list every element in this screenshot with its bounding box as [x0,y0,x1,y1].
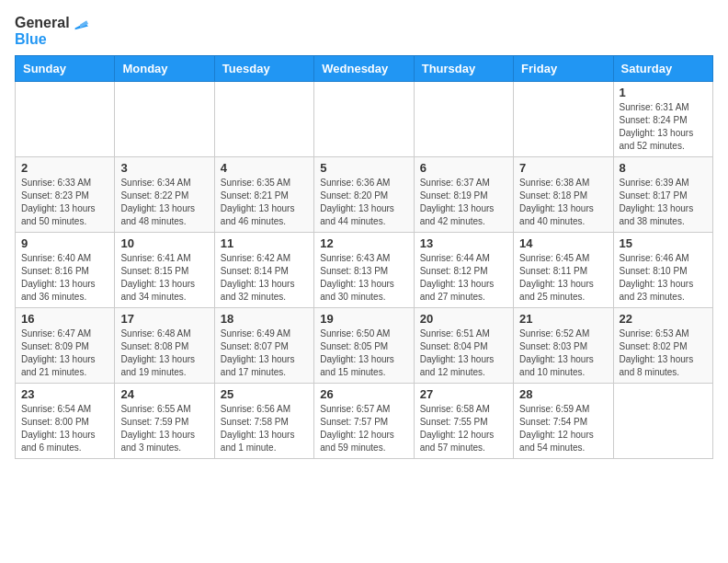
calendar-cell: 23Sunrise: 6:54 AM Sunset: 8:00 PM Dayli… [16,383,115,458]
calendar-cell [115,81,214,156]
logo-flag-icon [72,15,88,31]
calendar-cell: 10Sunrise: 6:41 AM Sunset: 8:15 PM Dayli… [115,232,214,307]
day-number: 24 [120,387,208,401]
day-info: Sunrise: 6:53 AM Sunset: 8:02 PM Dayligh… [620,327,707,379]
day-number: 16 [21,312,108,326]
weekday-header-monday: Monday [115,55,214,81]
day-info: Sunrise: 6:46 AM Sunset: 8:10 PM Dayligh… [620,252,707,304]
day-number: 20 [420,312,507,326]
calendar-cell: 1Sunrise: 6:31 AM Sunset: 8:24 PM Daylig… [613,81,712,156]
day-info: Sunrise: 6:52 AM Sunset: 8:03 PM Dayligh… [519,327,607,379]
calendar-cell: 12Sunrise: 6:43 AM Sunset: 8:13 PM Dayli… [314,232,414,307]
logo: General Blue [15,15,88,48]
day-number: 5 [320,161,407,175]
day-number: 21 [519,312,607,326]
day-info: Sunrise: 6:49 AM Sunset: 8:07 PM Dayligh… [221,327,308,379]
day-info: Sunrise: 6:47 AM Sunset: 8:09 PM Dayligh… [21,327,108,379]
calendar-cell: 13Sunrise: 6:44 AM Sunset: 8:12 PM Dayli… [414,232,513,307]
day-info: Sunrise: 6:37 AM Sunset: 8:19 PM Dayligh… [420,177,507,228]
day-info: Sunrise: 6:35 AM Sunset: 8:21 PM Dayligh… [221,177,308,228]
day-info: Sunrise: 6:48 AM Sunset: 8:08 PM Dayligh… [120,327,208,379]
day-info: Sunrise: 6:45 AM Sunset: 8:11 PM Dayligh… [519,252,607,304]
calendar-cell: 8Sunrise: 6:39 AM Sunset: 8:17 PM Daylig… [613,156,712,232]
calendar-week-row: 9Sunrise: 6:40 AM Sunset: 8:16 PM Daylig… [16,232,713,307]
calendar-cell [16,81,115,156]
day-info: Sunrise: 6:31 AM Sunset: 8:24 PM Dayligh… [620,101,707,153]
calendar-cell [314,81,414,156]
calendar-cell: 6Sunrise: 6:37 AM Sunset: 8:19 PM Daylig… [414,156,513,232]
day-info: Sunrise: 6:56 AM Sunset: 7:58 PM Dayligh… [221,403,308,454]
day-number: 15 [620,236,707,250]
day-info: Sunrise: 6:34 AM Sunset: 8:22 PM Dayligh… [120,177,208,228]
weekday-header-thursday: Thursday [414,55,513,81]
calendar-cell: 11Sunrise: 6:42 AM Sunset: 8:14 PM Dayli… [214,232,313,307]
calendar-cell: 4Sunrise: 6:35 AM Sunset: 8:21 PM Daylig… [214,156,313,232]
calendar-cell: 22Sunrise: 6:53 AM Sunset: 8:02 PM Dayli… [613,307,712,383]
calendar-cell [414,81,513,156]
calendar-cell: 2Sunrise: 6:33 AM Sunset: 8:23 PM Daylig… [16,156,115,232]
day-info: Sunrise: 6:38 AM Sunset: 8:18 PM Dayligh… [519,177,607,228]
day-number: 26 [320,387,407,401]
calendar-week-row: 23Sunrise: 6:54 AM Sunset: 8:00 PM Dayli… [16,383,713,458]
weekday-header-sunday: Sunday [16,55,115,81]
day-number: 27 [420,387,507,401]
calendar-cell: 20Sunrise: 6:51 AM Sunset: 8:04 PM Dayli… [414,307,513,383]
weekday-header-tuesday: Tuesday [214,55,313,81]
calendar-cell: 16Sunrise: 6:47 AM Sunset: 8:09 PM Dayli… [16,307,115,383]
day-number: 19 [320,312,407,326]
logo-blue-text: Blue [15,31,88,48]
day-number: 2 [21,161,108,175]
calendar-week-row: 2Sunrise: 6:33 AM Sunset: 8:23 PM Daylig… [16,156,713,232]
day-info: Sunrise: 6:59 AM Sunset: 7:54 PM Dayligh… [519,403,607,454]
day-number: 9 [21,236,108,250]
calendar-cell: 26Sunrise: 6:57 AM Sunset: 7:57 PM Dayli… [314,383,414,458]
day-info: Sunrise: 6:50 AM Sunset: 8:05 PM Dayligh… [320,327,407,379]
day-info: Sunrise: 6:58 AM Sunset: 7:55 PM Dayligh… [420,403,507,454]
day-info: Sunrise: 6:41 AM Sunset: 8:15 PM Dayligh… [120,252,208,304]
calendar-cell: 24Sunrise: 6:55 AM Sunset: 7:59 PM Dayli… [115,383,214,458]
day-number: 17 [120,312,208,326]
day-number: 10 [120,236,208,250]
calendar: SundayMondayTuesdayWednesdayThursdayFrid… [15,55,713,459]
weekday-header-wednesday: Wednesday [314,55,414,81]
day-info: Sunrise: 6:51 AM Sunset: 8:04 PM Dayligh… [420,327,507,379]
calendar-cell: 9Sunrise: 6:40 AM Sunset: 8:16 PM Daylig… [16,232,115,307]
calendar-cell: 27Sunrise: 6:58 AM Sunset: 7:55 PM Dayli… [414,383,513,458]
day-info: Sunrise: 6:33 AM Sunset: 8:23 PM Dayligh… [21,177,108,228]
calendar-cell: 14Sunrise: 6:45 AM Sunset: 8:11 PM Dayli… [514,232,613,307]
header: General Blue [15,15,713,48]
day-number: 6 [420,161,507,175]
calendar-cell: 7Sunrise: 6:38 AM Sunset: 8:18 PM Daylig… [514,156,613,232]
logo-combined: General Blue [15,15,88,48]
day-info: Sunrise: 6:36 AM Sunset: 8:20 PM Dayligh… [320,177,407,228]
day-number: 14 [519,236,607,250]
calendar-week-row: 16Sunrise: 6:47 AM Sunset: 8:09 PM Dayli… [16,307,713,383]
day-number: 4 [221,161,308,175]
day-info: Sunrise: 6:55 AM Sunset: 7:59 PM Dayligh… [120,403,208,454]
day-info: Sunrise: 6:57 AM Sunset: 7:57 PM Dayligh… [320,403,407,454]
calendar-cell [613,383,712,458]
day-info: Sunrise: 6:42 AM Sunset: 8:14 PM Dayligh… [221,252,308,304]
day-number: 18 [221,312,308,326]
calendar-cell: 18Sunrise: 6:49 AM Sunset: 8:07 PM Dayli… [214,307,313,383]
weekday-header-saturday: Saturday [613,55,712,81]
calendar-cell: 19Sunrise: 6:50 AM Sunset: 8:05 PM Dayli… [314,307,414,383]
day-info: Sunrise: 6:40 AM Sunset: 8:16 PM Dayligh… [21,252,108,304]
weekday-header-friday: Friday [514,55,613,81]
day-number: 8 [620,161,707,175]
day-number: 25 [221,387,308,401]
day-number: 22 [620,312,707,326]
calendar-cell: 5Sunrise: 6:36 AM Sunset: 8:20 PM Daylig… [314,156,414,232]
calendar-cell: 21Sunrise: 6:52 AM Sunset: 8:03 PM Dayli… [514,307,613,383]
logo-general-text: General [15,15,70,31]
day-info: Sunrise: 6:54 AM Sunset: 8:00 PM Dayligh… [21,403,108,454]
calendar-cell: 28Sunrise: 6:59 AM Sunset: 7:54 PM Dayli… [514,383,613,458]
day-number: 28 [519,387,607,401]
calendar-cell: 3Sunrise: 6:34 AM Sunset: 8:22 PM Daylig… [115,156,214,232]
day-number: 3 [120,161,208,175]
calendar-cell: 15Sunrise: 6:46 AM Sunset: 8:10 PM Dayli… [613,232,712,307]
day-number: 11 [221,236,308,250]
calendar-week-row: 1Sunrise: 6:31 AM Sunset: 8:24 PM Daylig… [16,81,713,156]
calendar-cell: 17Sunrise: 6:48 AM Sunset: 8:08 PM Dayli… [115,307,214,383]
day-info: Sunrise: 6:43 AM Sunset: 8:13 PM Dayligh… [320,252,407,304]
